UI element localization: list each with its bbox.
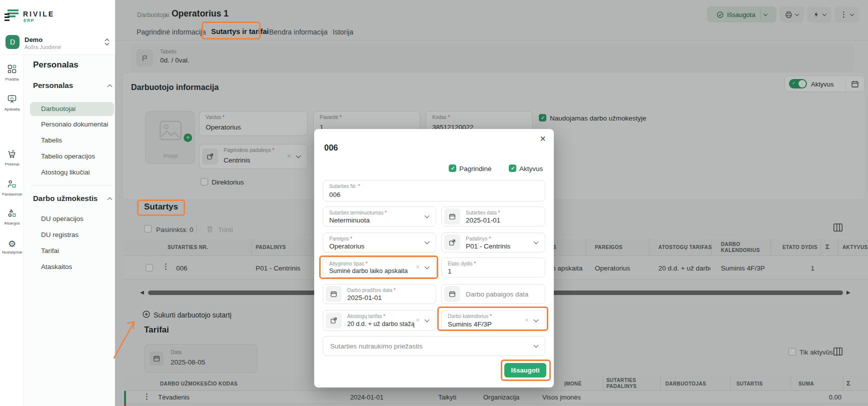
dashboard-icon <box>7 64 17 74</box>
close-icon[interactable]: × <box>540 133 546 144</box>
sidebar-item-pardavimai[interactable]: Pardavimai <box>0 179 24 196</box>
brand-name: RIVILE <box>23 10 55 18</box>
sidebar-item-tabelio-operacijos[interactable]: Tabelio operacijos <box>41 152 95 160</box>
sutarties-data-field[interactable]: Sutarties data 2025-01-01 <box>441 206 545 226</box>
chevron-down-icon[interactable] <box>534 343 539 348</box>
calendar-icon[interactable] <box>444 208 460 224</box>
etato-dydis-label: Etato dydis <box>448 261 476 266</box>
rail-label: Pradžia <box>0 77 24 82</box>
external-link-icon[interactable] <box>444 234 460 250</box>
brand-sub: ERP <box>24 18 35 23</box>
section-personalas[interactable]: Personalas <box>33 81 73 90</box>
rail-label: Pardavimai <box>0 192 24 196</box>
sales-icon <box>7 179 17 189</box>
etato-dydis-value: 1 <box>448 268 452 275</box>
padalinys-value: P01 - Centrinis <box>466 242 510 250</box>
rail-label: Apskaita <box>0 107 24 112</box>
darbo-pradzios-value: 2025-01-01 <box>347 294 382 302</box>
annotation-save-highlight <box>501 360 551 381</box>
pareigos-value: Operatorius <box>329 242 365 250</box>
sidebar-icon-rail <box>0 0 24 406</box>
annotation-arrow <box>108 314 141 362</box>
external-link-icon[interactable] <box>326 312 342 328</box>
annotation-atlyginimo-highlight <box>319 256 438 279</box>
etato-dydis-field[interactable]: Etato dydis 1 <box>441 258 545 278</box>
padalinys-field[interactable]: Padalinys P01 - Centrinis <box>441 232 545 252</box>
rail-label: Atsargos <box>0 221 24 226</box>
sidebar-item-du-registras[interactable]: DU registras <box>41 231 79 238</box>
darbo-pradzios-field[interactable]: Darbo pradžios data 2025-01-01 <box>323 284 436 304</box>
cart-icon <box>7 149 17 159</box>
avatar[interactable]: D <box>6 35 20 49</box>
padalinys-label: Padalinys <box>466 236 491 242</box>
annotation-tab-highlight <box>202 22 261 40</box>
sidebar-item-pirkimai[interactable]: Pirkimai <box>0 149 24 166</box>
sutarties-data-label: Sutarties data <box>466 210 500 216</box>
report-board-icon <box>7 94 17 104</box>
divider <box>31 185 113 186</box>
calendar-icon[interactable] <box>444 286 460 302</box>
calendar-icon[interactable] <box>326 286 342 302</box>
atostogu-tarifas-field[interactable]: Atostogų tarifas 20 d.d. + už darbo staž… <box>323 310 436 331</box>
sidebar-item-ataskaitos[interactable]: Ataskaitos <box>41 263 72 270</box>
atostogu-tarifas-value: 20 d.d. + už darbo stažą <box>347 320 414 328</box>
sidebar-item-atsargos[interactable]: Atsargos <box>0 208 24 226</box>
chevron-down-icon[interactable] <box>425 318 430 322</box>
sidebar-header: RIVILE ERP D Demo Aušra Juodienė <box>0 0 115 55</box>
sidebar-item-tarifai[interactable]: Tarifai <box>41 247 59 254</box>
rail-label: Nustatymai <box>0 250 24 254</box>
pagrindine-label: Pagrindinė <box>459 165 492 172</box>
chevron-down-icon[interactable] <box>425 240 430 244</box>
sidebar-item-apskaita[interactable]: Apskaita <box>0 94 24 112</box>
atostogu-tarifas-label: Atostogų tarifas <box>347 314 385 319</box>
annotation-sutartys-highlight <box>137 200 185 216</box>
user-switcher-icon[interactable] <box>104 38 110 46</box>
sidebar-item-darbuotojai-label[interactable]: Darbuotojai <box>41 105 76 112</box>
rivile-logo-icon <box>5 8 21 23</box>
user-name: Demo <box>25 36 43 44</box>
sidebar-item-personalo-dokumentai[interactable]: Personalo dokumentai <box>41 120 108 128</box>
annotation-kalendorius-highlight <box>437 306 548 331</box>
pagrindine-checkbox[interactable] <box>449 164 456 172</box>
terminuotumas-value: Neterminuota <box>329 216 370 224</box>
user-subtitle: Aušra Juodienė <box>25 44 61 50</box>
nutraukimo-field[interactable]: Sutarties nutraukimo priežastis <box>323 336 545 356</box>
sidebar-item-du-operacijos[interactable]: DU operacijos <box>41 215 84 222</box>
chevron-down-icon[interactable] <box>425 214 430 218</box>
sutarties-nr-label: Sutarties Nr. <box>329 184 360 189</box>
pareigos-label: Pareigos <box>329 236 352 242</box>
sidebar-item-atostogu-likuciai[interactable]: Atostogų likučiai <box>41 168 90 176</box>
panel-title: Personalas <box>33 60 79 70</box>
terminuotumas-field[interactable]: Sutarties terminuotumas Neterminuota <box>323 206 436 226</box>
nutraukimo-placeholder: Sutarties nutraukimo priežastis <box>330 342 423 350</box>
inventory-icon <box>7 208 17 218</box>
clear-icon[interactable]: × <box>416 316 420 324</box>
modal-title: 006 <box>324 143 338 152</box>
sutarties-nr-value: 006 <box>329 191 341 198</box>
aktyvus-label: Aktyvus <box>519 165 543 172</box>
terminuotumas-label: Sutarties terminuotumas <box>329 210 387 216</box>
sidebar-item-tabelis[interactable]: Tabelis <box>41 136 62 144</box>
darbo-pabaigos-placeholder: Darbo pabaigos data <box>466 290 528 298</box>
app-window: RIVILE ERP D Demo Aušra Juodienė Pradžia… <box>0 0 868 406</box>
rail-label: Pirkimai <box>0 162 24 166</box>
sutarties-nr-field[interactable]: Sutarties Nr. 006 <box>323 180 545 202</box>
sutarties-data-value: 2025-01-01 <box>466 216 500 224</box>
sidebar-item-pradzia[interactable]: Pradžia <box>0 64 24 82</box>
darbo-pradzios-label: Darbo pradžios data <box>347 288 396 293</box>
sidebar-item-nustatymai[interactable]: ⚙ Nustatymai <box>0 239 24 254</box>
aktyvus-checkbox[interactable] <box>509 164 516 172</box>
chevron-down-icon[interactable] <box>534 240 539 244</box>
section-darbo-uzmokestis[interactable]: Darbo užmokestis <box>33 194 98 202</box>
pareigos-field[interactable]: Pareigos Operatorius <box>323 232 436 252</box>
darbo-pabaigos-field[interactable]: Darbo pabaigos data <box>441 284 545 304</box>
gear-icon: ⚙ <box>8 239 16 249</box>
